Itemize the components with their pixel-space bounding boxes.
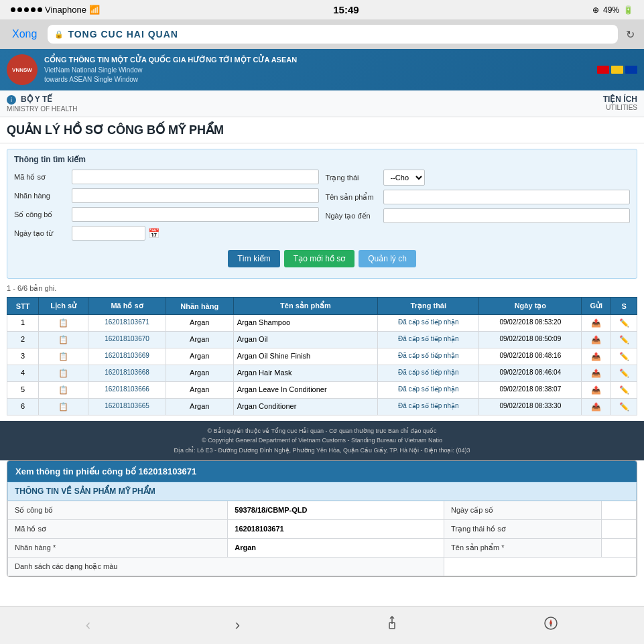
cell-ma-ho-so[interactable]: 162018103668 [88, 365, 166, 382]
cell-lich-su[interactable]: 📋 [39, 332, 88, 348]
detail-row-so-cong-bo: Số công bố 59378/18/CBMP-QLD Ngày cấp số [8, 501, 637, 520]
cell-trang-thai: Đã cấp số tiếp nhận [378, 365, 479, 382]
reload-button[interactable]: ↻ [623, 25, 637, 44]
manage-button[interactable]: Quản lý ch [359, 250, 416, 267]
cell-ten-sp: Argan Oil Shine Finish [233, 348, 378, 365]
footer-line2: © Copyright General Department of Vietna… [7, 436, 637, 445]
detail-row-nhan-hang: Nhãn hàng * Argan Tên sản phẩm * [8, 539, 637, 558]
cell-ngay-tao: 09/02/2018 08:33:30 [479, 399, 582, 415]
trang-thai-select[interactable]: --Cho [383, 170, 425, 186]
cell-s[interactable]: ✏️ [611, 365, 637, 382]
browser-back-button[interactable]: ‹ [78, 614, 99, 637]
browser-forward-button[interactable]: › [227, 614, 248, 637]
cell-gui[interactable]: 📤 [582, 365, 611, 382]
ngay-tao-tu-input[interactable] [72, 226, 145, 241]
cell-nhan-hang: Argan [166, 399, 233, 415]
carrier-name: Vinaphone [45, 5, 86, 15]
cell-s[interactable]: ✏️ [611, 382, 637, 399]
cell-gui[interactable]: 📤 [582, 382, 611, 399]
cell-stt: 2 [7, 332, 39, 348]
cell-s[interactable]: ✏️ [611, 332, 637, 348]
ministry-right: TIỆN ÍCH UTILITIES [603, 94, 637, 113]
cell-ma-ho-so[interactable]: 162018103671 [88, 315, 166, 332]
browser-share-button[interactable] [377, 613, 407, 637]
location-icon: ⊕ [592, 5, 599, 15]
page-title: QUẢN LÝ HỒ SƠ CÔNG BỐ MỸ PHẨM [0, 117, 644, 143]
so-cong-bo-input[interactable] [72, 207, 319, 222]
cell-trang-thai: Đã cấp số tiếp nhận [378, 348, 479, 365]
trang-thai-row: Trạng thái --Cho [326, 170, 631, 186]
cell-lich-su[interactable]: 📋 [39, 365, 88, 382]
cell-stt: 3 [7, 348, 39, 365]
ma-ho-so-input[interactable] [72, 170, 319, 184]
cell-lich-su[interactable]: 📋 [39, 315, 88, 332]
ministry-sub: MINISTRY OF HEALTH [7, 105, 78, 113]
cell-s[interactable]: ✏️ [611, 348, 637, 365]
new-record-button[interactable]: Tạo mới hồ sơ [284, 250, 355, 267]
trang-thai-hs-label: Trạng thái hồ sơ [444, 520, 602, 539]
url-title: TONG CUC HAI QUAN [68, 29, 178, 40]
site-logo: VNNSW [7, 54, 38, 85]
calendar-icon[interactable]: 📅 [148, 228, 159, 239]
nhan-hang-detail-label: Nhãn hàng * [8, 539, 228, 558]
nhan-hang-detail-value: Argan [228, 539, 444, 558]
table-row[interactable]: 3 📋 162018103669 Argan Argan Oil Shine F… [7, 348, 637, 365]
cell-ma-ho-so[interactable]: 162018103669 [88, 348, 166, 365]
header-line1: CỔNG THÔNG TIN MỘT CỬA QUỐC GIA HƯỚNG TỚ… [44, 55, 297, 65]
table-row[interactable]: 5 📋 162018103666 Argan Argan Leave In Co… [7, 382, 637, 399]
col-ma-ho-so: Mã hồ sơ [88, 298, 166, 315]
ma-ho-so-detail-label: Mã hồ sơ [8, 520, 228, 539]
table-row[interactable]: 1 📋 162018103671 Argan Argan Shampoo Đã … [7, 315, 637, 332]
cell-ten-sp: Argan Shampoo [233, 315, 378, 332]
browser-compass-button[interactable] [535, 613, 566, 637]
table-row[interactable]: 6 📋 162018103665 Argan Argan Conditioner… [7, 399, 637, 415]
cell-ma-ho-so[interactable]: 162018103666 [88, 382, 166, 399]
detail-panel-header: Xem thông tin phiếu công bố 162018103671 [7, 461, 637, 482]
cell-trang-thai: Đã cấp số tiếp nhận [378, 315, 479, 332]
cell-ma-ho-so[interactable]: 162018103670 [88, 332, 166, 348]
header-line3: towards ASEAN Single Window [44, 75, 297, 84]
cell-stt: 6 [7, 399, 39, 415]
flag-mm [611, 66, 623, 74]
ngay-tao-tu-row: Ngày tạo từ 📅 [14, 226, 319, 241]
footer-line1: © Bản quyền thuộc về Tổng cục Hải quan -… [7, 426, 637, 436]
cell-ma-ho-so[interactable]: 162018103665 [88, 399, 166, 415]
cell-gui[interactable]: 📤 [582, 399, 611, 415]
page-wrapper: VNNSW CỔNG THÔNG TIN MỘT CỬA QUỐC GIA HƯ… [0, 49, 644, 606]
ngay-tao-den-label: Ngày tạo đến [326, 212, 379, 220]
url-bar[interactable]: 🔒 TONG CUC HAI QUAN [48, 25, 618, 44]
cell-lich-su[interactable]: 📋 [39, 382, 88, 399]
flag-vn [597, 66, 609, 74]
col-ten-sp: Tên sản phẩm [233, 298, 378, 315]
cell-gui[interactable]: 📤 [582, 315, 611, 332]
cell-ngay-tao: 09/02/2018 08:53:20 [479, 315, 582, 332]
nhan-hang-input[interactable] [72, 188, 319, 203]
cell-lich-su[interactable]: 📋 [39, 348, 88, 365]
cell-lich-su[interactable]: 📋 [39, 399, 88, 415]
table-row[interactable]: 4 📋 162018103668 Argan Argan Hair Mask Đ… [7, 365, 637, 382]
col-stt: STT [7, 298, 39, 315]
flag-ph [625, 66, 637, 74]
ngay-tao-den-input[interactable] [383, 208, 631, 223]
col-gui: Gửi [582, 298, 611, 315]
search-button[interactable]: Tìm kiếm [228, 250, 280, 267]
detail-panel: Xem thông tin phiếu công bố 162018103671… [7, 460, 637, 577]
cell-trang-thai: Đã cấp số tiếp nhận [378, 332, 479, 348]
cell-s[interactable]: ✏️ [611, 315, 637, 332]
nhan-hang-label: Nhãn hàng [14, 192, 68, 200]
cell-trang-thai: Đã cấp số tiếp nhận [378, 399, 479, 415]
ma-ho-so-row: Mã hồ sơ [14, 170, 319, 184]
cell-s[interactable]: ✏️ [611, 399, 637, 415]
ten-san-pham-input[interactable] [383, 190, 631, 204]
table-row[interactable]: 2 📋 162018103670 Argan Argan Oil Đã cấp … [7, 332, 637, 348]
cell-ngay-tao: 09/02/2018 08:38:07 [479, 382, 582, 399]
ngay-tao-tu-wrapper: 📅 [72, 226, 159, 241]
back-button[interactable]: Xong [7, 25, 42, 43]
cell-nhan-hang: Argan [166, 365, 233, 382]
search-section: Thông tin tìm kiếm Mã hồ sơ Nhãn hàng Số… [7, 149, 637, 279]
cell-gui[interactable]: 📤 [582, 348, 611, 365]
cell-gui[interactable]: 📤 [582, 332, 611, 348]
so-cong-bo-value: 59378/18/CBMP-QLD [228, 501, 444, 520]
cell-nhan-hang: Argan [166, 382, 233, 399]
ten-san-pham-detail-label: Tên sản phẩm * [444, 539, 602, 558]
